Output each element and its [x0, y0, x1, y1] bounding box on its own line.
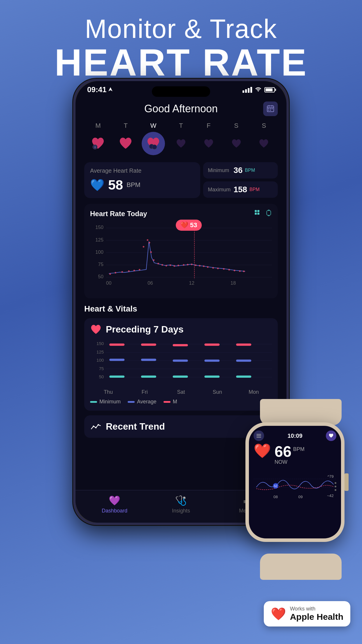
svg-point-13: [152, 145, 157, 149]
svg-rect-7: [272, 108, 273, 109]
heart-rate-svg: 150 125 100 75 50 00 06 12 18: [90, 223, 272, 290]
svg-point-64: [243, 271, 245, 272]
svg-rect-87: [236, 344, 251, 346]
battery-icon: [264, 87, 275, 92]
menu-icon: [256, 434, 261, 438]
insights-icon: 🩺: [175, 495, 187, 506]
apple-health-title: Apple Health: [290, 612, 343, 622]
signal-bars: [242, 87, 252, 93]
avg-bpm: 58: [108, 177, 123, 193]
apple-health-badge: ❤️ Works with Apple Health: [264, 601, 350, 626]
svg-rect-97: [256, 435, 261, 436]
svg-rect-6: [270, 108, 271, 109]
max-label: Maximum: [208, 187, 231, 193]
svg-text:125: 125: [95, 237, 103, 242]
svg-rect-75: [109, 344, 124, 346]
svg-rect-98: [256, 437, 261, 438]
svg-rect-16: [255, 213, 257, 215]
days-row: M T W T F S S: [84, 122, 278, 130]
svg-rect-78: [141, 344, 156, 346]
svg-point-46: [161, 264, 163, 266]
tab-insights[interactable]: 🩺 Insights: [148, 495, 214, 514]
chart-area: ❤️ 53 150 125: [90, 223, 272, 293]
watch-dots: [335, 482, 336, 491]
svg-text:~42: ~42: [327, 494, 333, 498]
legend-row: Minimum Average M: [90, 399, 272, 405]
svg-point-38: [133, 270, 135, 272]
watch-icon[interactable]: [266, 210, 272, 218]
min-val: 36: [233, 166, 242, 175]
svg-text:100: 100: [96, 358, 104, 363]
svg-point-61: [228, 269, 230, 271]
watch-heart-btn[interactable]: [326, 430, 336, 441]
svg-text:150: 150: [95, 225, 103, 230]
header-line1: Monitor & Track: [0, 15, 362, 43]
calendar-icon: [266, 104, 275, 113]
svg-point-36: [121, 271, 123, 273]
greeting-text: Good Afternoon: [99, 103, 263, 115]
axis-sat: Sat: [172, 389, 190, 395]
svg-text:52: 52: [274, 484, 277, 488]
day-T2: T: [169, 122, 193, 130]
day-S2: S: [252, 122, 275, 130]
svg-rect-80: [141, 375, 156, 378]
svg-point-42: [149, 242, 150, 244]
svg-text:^79: ^79: [328, 474, 334, 479]
svg-point-45: [157, 263, 159, 265]
max-unit: BPM: [249, 187, 260, 192]
legend-min: Minimum: [90, 399, 121, 405]
svg-point-60: [223, 268, 225, 270]
svg-rect-76: [109, 359, 124, 361]
svg-point-56: [203, 265, 205, 267]
svg-point-62: [234, 270, 236, 272]
svg-point-54: [195, 264, 197, 266]
svg-text:75: 75: [99, 366, 104, 371]
svg-rect-18: [267, 211, 271, 215]
heart-day-S2: [252, 132, 275, 155]
svg-rect-15: [257, 210, 259, 212]
chart-title: Heart Rate Today: [90, 210, 147, 218]
day-M: M: [86, 122, 110, 130]
heart-day-T2: [169, 132, 193, 155]
svg-text:125: 125: [96, 349, 104, 354]
stats-row: Average Heart Rate 💙 58 BPM Minimum 36 B…: [84, 162, 278, 198]
trend-header: Recent Trend: [90, 421, 272, 432]
svg-rect-9: [270, 110, 271, 111]
svg-text:50: 50: [98, 274, 103, 279]
heart-day-S1: [225, 132, 248, 155]
svg-point-53: [191, 264, 193, 265]
svg-rect-79: [141, 359, 156, 361]
tab-dashboard[interactable]: 💜 Dashboard: [81, 495, 148, 514]
trend-icon: [90, 421, 102, 432]
svg-point-40: [143, 246, 145, 248]
svg-point-63: [239, 270, 241, 272]
header-line2: HEART RATE: [0, 43, 362, 81]
days-axis: Thu Fri Sat Sun Mon: [90, 389, 272, 395]
calendar-button[interactable]: [263, 102, 278, 116]
trend-title: Recent Trend: [106, 421, 165, 432]
svg-point-0: [258, 91, 259, 92]
tab-insights-label: Insights: [172, 508, 190, 514]
svg-point-57: [207, 266, 209, 268]
svg-text:18: 18: [231, 280, 236, 286]
svg-rect-96: [256, 434, 261, 435]
svg-point-58: [212, 267, 214, 269]
svg-text:12: 12: [189, 280, 194, 286]
svg-point-37: [128, 270, 130, 272]
svg-point-92: [98, 424, 99, 426]
svg-rect-14: [255, 210, 257, 212]
legend-avg-label: Average: [137, 399, 157, 405]
chart-header: Heart Rate Today: [90, 210, 272, 218]
watch-menu-btn[interactable]: [254, 430, 264, 441]
svg-point-39: [139, 269, 140, 271]
svg-text:75: 75: [98, 262, 103, 267]
svg-point-52: [187, 264, 189, 266]
svg-point-51: [183, 264, 184, 266]
dynamic-island: [152, 86, 210, 97]
grid-icon[interactable]: [254, 210, 261, 218]
svg-point-48: [170, 264, 171, 266]
svg-rect-85: [204, 360, 219, 362]
day-S1: S: [225, 122, 248, 130]
svg-text:09: 09: [298, 495, 303, 499]
svg-point-41: [147, 239, 149, 241]
